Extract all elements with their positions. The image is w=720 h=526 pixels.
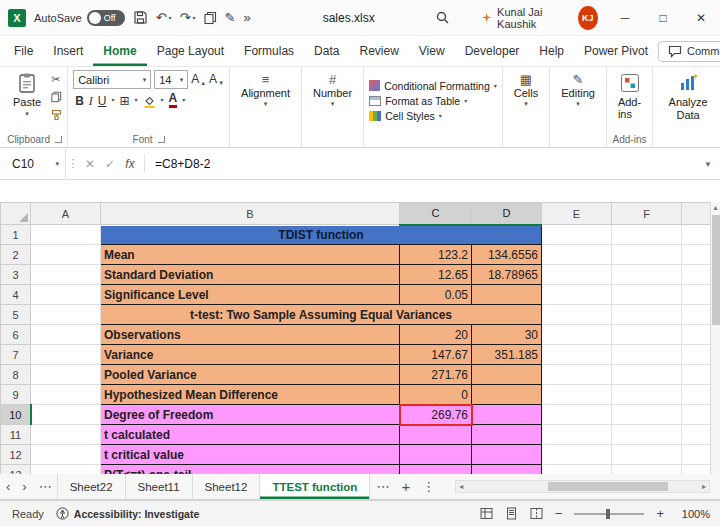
cell-C13[interactable] bbox=[400, 465, 472, 475]
format-painter-button[interactable] bbox=[51, 109, 62, 121]
normal-view-icon[interactable] bbox=[480, 507, 493, 520]
ribbon-tab-file[interactable]: File bbox=[4, 36, 43, 66]
cell-E9[interactable] bbox=[542, 385, 612, 405]
cell-A10[interactable] bbox=[31, 405, 101, 425]
cell-F10[interactable] bbox=[612, 405, 682, 425]
cell-B7[interactable]: Variance bbox=[101, 345, 400, 365]
font-size-select[interactable]: 14▾ bbox=[154, 70, 188, 89]
cell-D3[interactable]: 18.78965 bbox=[472, 265, 542, 285]
ribbon-tab-view[interactable]: View bbox=[409, 36, 455, 66]
cell-B8[interactable]: Pooled Variance bbox=[101, 365, 400, 385]
ribbon-tab-home[interactable]: Home bbox=[93, 36, 146, 66]
cell-F7[interactable] bbox=[612, 345, 682, 365]
cell-B12[interactable]: t critical value bbox=[101, 445, 400, 465]
avatar[interactable]: KJ bbox=[578, 6, 598, 30]
cell-C7[interactable]: 147.67 bbox=[400, 345, 472, 365]
sheet-nav-prev-icon[interactable]: ‹ bbox=[0, 474, 16, 499]
row-header-13[interactable]: 13 bbox=[1, 465, 31, 475]
cell-B2[interactable]: Mean bbox=[101, 245, 400, 265]
horizontal-scrollbar[interactable]: ◂ ▸ bbox=[455, 480, 710, 493]
row-header-7[interactable]: 7 bbox=[1, 345, 31, 365]
cell-B9[interactable]: Hypothesized Mean Difference bbox=[101, 385, 400, 405]
fill-color-button[interactable] bbox=[143, 95, 156, 108]
vertical-scrollbar[interactable]: ▲ bbox=[710, 202, 720, 474]
maximize-button[interactable]: □ bbox=[644, 0, 682, 35]
column-header-B[interactable]: B bbox=[101, 203, 400, 225]
ribbon-tab-review[interactable]: Review bbox=[349, 36, 408, 66]
cell-B4[interactable]: Significance Level bbox=[101, 285, 400, 305]
sheet-nav-next-icon[interactable]: › bbox=[16, 474, 32, 499]
pen-icon[interactable]: ✎ bbox=[225, 11, 236, 24]
zoom-slider-knob[interactable] bbox=[606, 509, 610, 519]
column-header-E[interactable]: E bbox=[542, 203, 612, 225]
cell-C3[interactable]: 12.65 bbox=[400, 265, 472, 285]
horizontal-scrollbar-thumb[interactable] bbox=[548, 482, 668, 491]
cell-F5[interactable] bbox=[612, 305, 682, 325]
copy-icon[interactable] bbox=[204, 11, 217, 25]
clipboard-dialog-launcher-icon[interactable] bbox=[55, 136, 62, 143]
column-header-A[interactable]: A bbox=[31, 203, 101, 225]
increase-font-size-button[interactable]: A▲ bbox=[191, 73, 206, 86]
cell-A4[interactable] bbox=[31, 285, 101, 305]
editing-button[interactable]: ✎ Editing ▾ bbox=[555, 70, 601, 110]
sheet-overflow-ellipsis-icon[interactable]: ⋯ bbox=[370, 474, 395, 499]
cell-F12[interactable] bbox=[612, 445, 682, 465]
ribbon-tab-data[interactable]: Data bbox=[304, 36, 349, 66]
row-header-12[interactable]: 12 bbox=[1, 445, 31, 465]
document-title[interactable]: sales.xlsx bbox=[323, 11, 375, 25]
cell-A7[interactable] bbox=[31, 345, 101, 365]
save-button[interactable] bbox=[133, 10, 148, 25]
autosave-switch[interactable]: Off bbox=[87, 10, 125, 26]
italic-button[interactable]: I bbox=[89, 95, 93, 108]
cell-D7[interactable]: 351.185 bbox=[472, 345, 542, 365]
cell-B11[interactable]: t calculated bbox=[101, 425, 400, 445]
formula-bar-expand-icon[interactable]: ▾ bbox=[696, 159, 720, 169]
font-color-button[interactable]: A bbox=[169, 92, 178, 108]
scroll-right-icon[interactable]: ▸ bbox=[699, 482, 709, 491]
cell-D6[interactable]: 30 bbox=[472, 325, 542, 345]
cells-button[interactable]: ▦ Cells ▾ bbox=[508, 70, 544, 110]
cell-D10[interactable] bbox=[472, 405, 542, 425]
column-header-C[interactable]: C bbox=[400, 203, 472, 225]
formula-input[interactable]: =C8+D8-2 bbox=[149, 157, 696, 171]
cell-D11[interactable] bbox=[472, 425, 542, 445]
font-dialog-launcher-icon[interactable] bbox=[158, 136, 165, 143]
ribbon-tab-power-pivot[interactable]: Power Pivot bbox=[574, 36, 658, 66]
select-all-corner[interactable] bbox=[1, 203, 31, 225]
font-name-select[interactable]: Calibri▾ bbox=[73, 70, 151, 89]
cell-F11[interactable] bbox=[612, 425, 682, 445]
cell-A5[interactable] bbox=[31, 305, 101, 325]
ribbon-tab-page-layout[interactable]: Page Layout bbox=[147, 36, 234, 66]
cell-C12[interactable] bbox=[400, 445, 472, 465]
borders-button[interactable]: ⊞ bbox=[120, 95, 130, 108]
zoom-slider[interactable] bbox=[574, 513, 644, 515]
search-icon[interactable] bbox=[435, 10, 450, 25]
cell-E8[interactable] bbox=[542, 365, 612, 385]
undo-button[interactable]: ↶▾ bbox=[156, 11, 172, 24]
cell-F2[interactable] bbox=[612, 245, 682, 265]
column-header-partial[interactable] bbox=[682, 203, 711, 225]
cell-F9[interactable] bbox=[612, 385, 682, 405]
cell-E4[interactable] bbox=[542, 285, 612, 305]
zoom-level[interactable]: 100% bbox=[676, 508, 710, 520]
cell-D13[interactable] bbox=[472, 465, 542, 475]
ribbon-tab-formulas[interactable]: Formulas bbox=[234, 36, 304, 66]
cell-A11[interactable] bbox=[31, 425, 101, 445]
cell-A8[interactable] bbox=[31, 365, 101, 385]
sheet-tab-ttest-function[interactable]: TTEST function bbox=[259, 474, 370, 499]
comments-button[interactable]: Comments bbox=[658, 41, 720, 62]
sheet-list-ellipsis-icon[interactable]: ⋯ bbox=[33, 474, 58, 499]
add-ins-button[interactable]: Add-ins bbox=[612, 70, 647, 122]
row-header-8[interactable]: 8 bbox=[1, 365, 31, 385]
scroll-left-icon[interactable]: ◂ bbox=[456, 482, 466, 491]
minimize-button[interactable]: ─ bbox=[606, 0, 644, 35]
cell-A12[interactable] bbox=[31, 445, 101, 465]
column-header-F[interactable]: F bbox=[612, 203, 682, 225]
cell-B1[interactable]: TDIST function bbox=[101, 225, 542, 245]
cell-A3[interactable] bbox=[31, 265, 101, 285]
cell-B10[interactable]: Degree of Freedom bbox=[101, 405, 400, 425]
cell-F4[interactable] bbox=[612, 285, 682, 305]
sheet-tab-sheet22[interactable]: Sheet22 bbox=[57, 474, 126, 499]
accessibility-status[interactable]: Accessibility: Investigate bbox=[56, 507, 199, 520]
cell-F13[interactable] bbox=[612, 465, 682, 475]
